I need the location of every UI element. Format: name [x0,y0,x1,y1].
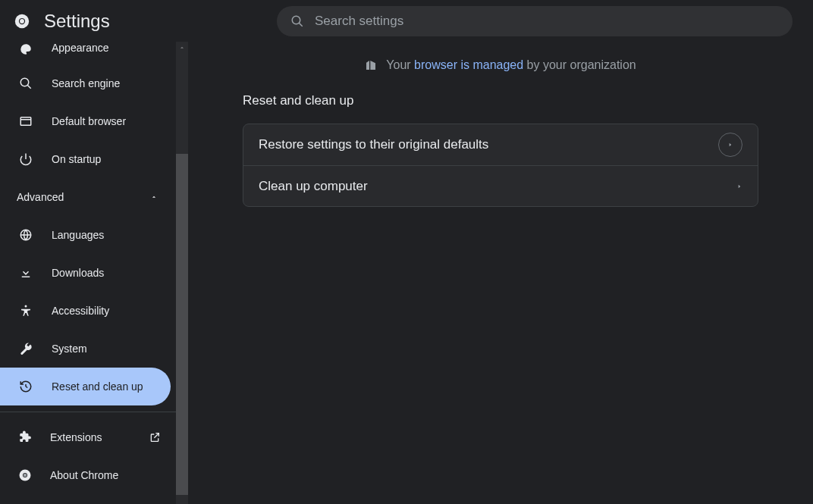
svg-point-17 [24,474,27,477]
sidebar-item-label: Search engine [52,77,120,89]
sidebar-item-label: About Chrome [50,469,118,481]
sidebar-item-languages[interactable]: Languages [0,216,176,254]
sidebar-item-label: Extensions [50,431,102,443]
sidebar-section-advanced[interactable]: Advanced [0,178,176,216]
chrome-icon [18,468,32,482]
globe-icon [18,227,33,243]
sidebar-item-label: Reset and clean up [52,380,143,393]
chrome-logo-icon [14,13,30,30]
scrollbar-thumb[interactable] [176,154,188,495]
divider [0,412,176,412]
wrench-icon [18,341,33,356]
search-icon [18,76,33,91]
sidebar-item-label: Downloads [52,267,104,279]
row-label: Restore settings to their original defau… [259,137,488,152]
header-left: Settings [0,11,110,32]
svg-point-3 [292,16,300,24]
external-link-icon [149,431,161,443]
svg-point-5 [20,78,29,86]
power-icon [18,152,33,167]
sidebar-item-label: System [52,343,87,355]
sidebar-item-on-startup[interactable]: On startup [0,140,176,178]
sidebar-item-accessibility[interactable]: Accessibility [0,292,176,330]
page-title: Settings [44,11,110,32]
sidebar-item-label: Default browser [52,115,126,127]
accessibility-icon [18,303,33,318]
restore-icon [18,379,33,394]
sidebar-item-downloads[interactable]: Downloads [0,254,176,292]
managed-link[interactable]: browser is managed [414,58,523,71]
sidebar-item-appearance[interactable]: Appearance [0,42,176,64]
arrow-right-icon [736,183,742,189]
svg-line-6 [27,85,31,89]
sidebar-item-label: Accessibility [52,305,109,317]
sidebar-item-label: Languages [52,229,104,241]
managed-text: Your browser is managed by your organiza… [386,58,636,72]
svg-line-4 [299,23,303,27]
sidebar-item-label: Appearance [52,42,109,54]
paint-icon [18,42,33,57]
download-icon [18,265,33,280]
scrollbar[interactable] [176,42,188,504]
app-header: Settings [0,0,813,42]
sidebar-item-extensions[interactable]: Extensions [0,418,176,456]
main-content: Your browser is managed by your organiza… [188,42,813,504]
chevron-up-icon [150,193,158,201]
row-clean-up-computer[interactable]: Clean up computer [243,165,758,206]
managed-banner: Your browser is managed by your organiza… [365,58,636,72]
extension-icon [18,430,32,444]
browser-icon [18,114,33,129]
svg-point-2 [20,19,24,23]
sidebar: Appearance Search engine Default browser… [0,42,188,504]
svg-rect-7 [20,117,31,126]
sidebar-item-label: On startup [52,153,101,165]
svg-point-12 [25,305,27,308]
svg-line-14 [26,387,27,388]
sidebar-item-reset[interactable]: Reset and clean up [0,368,171,405]
search-input[interactable] [315,14,779,29]
sidebar-item-default-browser[interactable]: Default browser [0,102,176,140]
search-icon [290,14,304,28]
row-restore-settings[interactable]: Restore settings to their original defau… [243,124,758,165]
section-title: Reset and clean up [243,93,758,108]
search-bar[interactable] [277,6,793,36]
sidebar-section-label: Advanced [17,191,64,203]
scrollbar-up-icon[interactable] [176,42,188,54]
sidebar-item-search-engine[interactable]: Search engine [0,64,176,102]
arrow-right-circle-icon[interactable] [718,133,742,157]
building-icon [365,59,377,71]
row-label: Clean up computer [259,179,368,194]
sidebar-item-system[interactable]: System [0,330,176,368]
sidebar-item-about-chrome[interactable]: About Chrome [0,456,176,494]
settings-card: Restore settings to their original defau… [243,124,758,207]
